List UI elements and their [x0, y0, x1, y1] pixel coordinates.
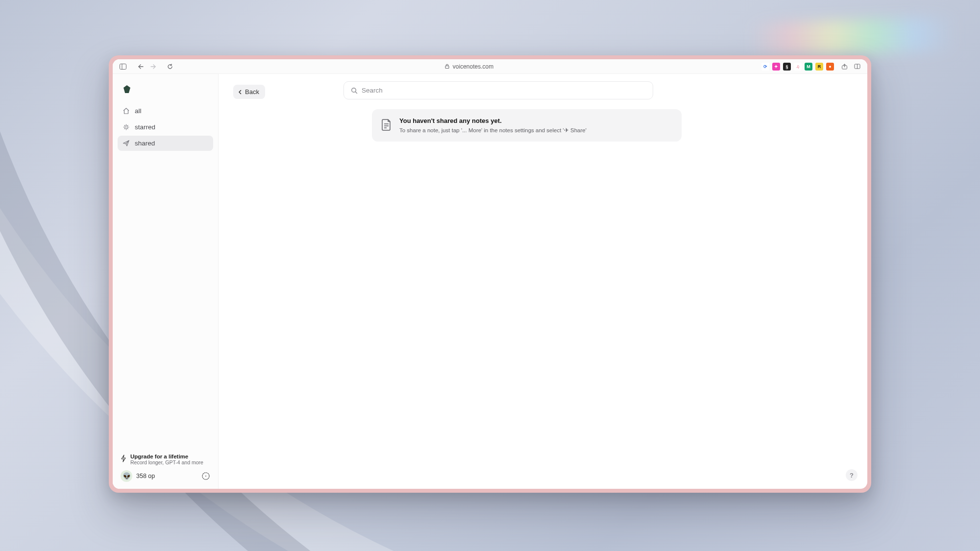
- search-input[interactable]: [362, 87, 646, 94]
- notice-title: You haven't shared any notes yet.: [399, 117, 587, 124]
- sidebar-item-label: starred: [135, 123, 155, 131]
- sidebar-nav: allstarredshared: [118, 103, 213, 152]
- usage-timer-icon[interactable]: [201, 472, 210, 480]
- ext-orange-icon[interactable]: ●: [826, 63, 834, 71]
- nav-forward-button[interactable]: [147, 61, 160, 72]
- ext-headphone-icon[interactable]: ♫: [794, 63, 802, 71]
- home-icon: [122, 107, 130, 115]
- lightning-icon: [121, 455, 126, 462]
- sidebar: allstarredshared Upgrade for a lifetime …: [113, 74, 219, 489]
- back-button-label: Back: [245, 88, 259, 96]
- address-text: voicenotes.com: [453, 63, 493, 70]
- sidebar-item-starred[interactable]: starred: [118, 120, 213, 135]
- reload-button[interactable]: [164, 61, 176, 72]
- svg-line-12: [355, 92, 357, 93]
- ext-pink-icon[interactable]: ✦: [772, 63, 780, 71]
- extension-tray: ⟳✦§♫MR●: [761, 63, 834, 71]
- browser-window: voicenotes.com ⟳✦§♫MR● allstarredshared: [109, 55, 871, 493]
- svg-rect-4: [445, 66, 449, 69]
- search-icon: [351, 87, 358, 94]
- sidebar-item-label: all: [135, 107, 142, 115]
- user-avatar[interactable]: 👽: [121, 470, 132, 482]
- user-name: 358 op: [136, 473, 197, 479]
- sidebar-item-label: shared: [135, 140, 155, 147]
- sidebar-toggle-button[interactable]: [117, 61, 129, 72]
- address-bar[interactable]: voicenotes.com: [176, 63, 761, 70]
- empty-shared-notice: You haven't shared any notes yet. To sha…: [372, 109, 682, 142]
- browser-toolbar: voicenotes.com ⟳✦§♫MR●: [113, 59, 867, 74]
- lock-icon: [444, 64, 450, 69]
- sidebar-footer: 👽 358 op: [118, 470, 213, 482]
- upgrade-subtitle: Record longer, GPT-4 and more: [130, 459, 203, 465]
- ext-r-icon[interactable]: R: [815, 63, 823, 71]
- nav-back-button[interactable]: [134, 61, 147, 72]
- sparkle-icon: [122, 123, 130, 131]
- chevron-left-icon: [238, 90, 243, 95]
- share-button[interactable]: [838, 61, 851, 72]
- ext-m-icon[interactable]: M: [805, 63, 812, 71]
- upgrade-title: Upgrade for a lifetime: [130, 454, 203, 459]
- ext-dark-icon[interactable]: §: [783, 63, 791, 71]
- svg-point-10: [205, 476, 206, 477]
- help-fab[interactable]: ?: [846, 469, 858, 481]
- sidebar-item-all[interactable]: all: [118, 103, 213, 119]
- notice-body: To share a note, just tap '... More' in …: [399, 127, 587, 134]
- sidebar-item-shared[interactable]: shared: [118, 136, 213, 151]
- wallpaper-rainbow: [749, 16, 956, 58]
- search-field[interactable]: [343, 81, 653, 99]
- app-content: allstarredshared Upgrade for a lifetime …: [113, 74, 867, 489]
- upgrade-cta[interactable]: Upgrade for a lifetime Record longer, GP…: [118, 451, 213, 470]
- note-icon: [381, 118, 392, 132]
- app-logo[interactable]: [122, 84, 132, 95]
- tabs-button[interactable]: [851, 61, 863, 72]
- paper-plane-icon: [122, 140, 130, 147]
- browser-inner: voicenotes.com ⟳✦§♫MR● allstarredshared: [113, 59, 867, 489]
- main-panel: Back You haven't shared any notes yet.: [219, 74, 867, 489]
- back-button[interactable]: Back: [233, 85, 265, 99]
- svg-rect-0: [120, 64, 126, 69]
- translate-icon[interactable]: ⟳: [761, 63, 769, 71]
